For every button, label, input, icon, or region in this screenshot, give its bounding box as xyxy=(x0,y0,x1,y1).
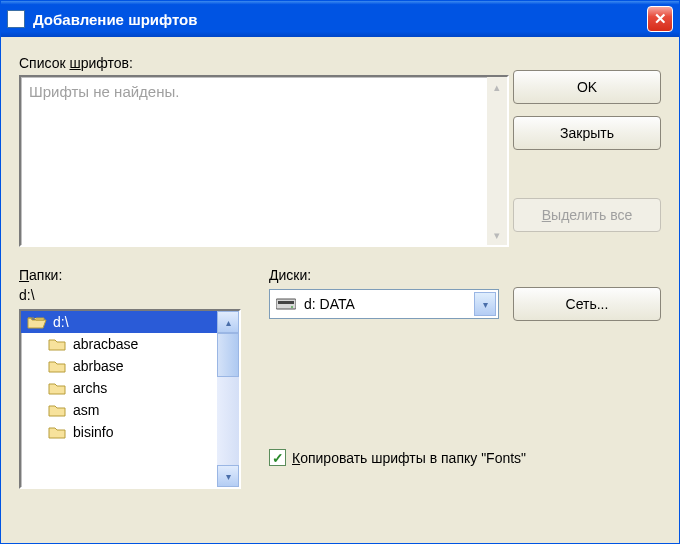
folder-icon xyxy=(47,337,67,352)
copy-fonts-label: Копировать шрифты в папку "Fonts" xyxy=(292,450,526,466)
dialog-buttons: OK Закрыть Выделить все xyxy=(513,70,661,232)
folder-listbox[interactable]: d:\abracbaseabrbasearchsasmbisinfo ▴ ▾ xyxy=(19,309,241,489)
folder-item-label: asm xyxy=(73,402,99,418)
folder-item-label: abrbase xyxy=(73,358,124,374)
folder-icon xyxy=(47,359,67,374)
select-all-button: Выделить все xyxy=(513,198,661,232)
folder-icon xyxy=(47,425,67,440)
scroll-down-icon: ▾ xyxy=(487,225,507,245)
folder-item-label: archs xyxy=(73,380,107,396)
folder-icon xyxy=(47,403,67,418)
dialog-content: Список шрифтов: Шрифты не найдены. ▴ ▾ O… xyxy=(1,37,679,499)
font-listbox[interactable]: Шрифты не найдены. ▴ ▾ xyxy=(19,75,509,247)
scroll-up-icon[interactable]: ▴ xyxy=(217,311,239,333)
scroll-up-icon: ▴ xyxy=(487,77,507,97)
drives-section: Диски: d: DATA ▾ Се xyxy=(269,267,661,489)
folder-item[interactable]: asm xyxy=(21,399,217,421)
fontlist-label: Список шрифтов: xyxy=(19,55,661,71)
drive-selected-text: d: DATA xyxy=(304,296,355,312)
current-path: d:\ xyxy=(19,287,241,303)
folder-item[interactable]: d:\ xyxy=(21,311,217,333)
drive-dropdown[interactable]: d: DATA ▾ xyxy=(269,289,499,319)
folders-section: Папки: d:\ d:\abracbaseabrbasearchsasmbi… xyxy=(19,267,241,489)
folder-icon xyxy=(27,315,47,330)
folder-item-label: abracbase xyxy=(73,336,138,352)
close-button[interactable]: Закрыть xyxy=(513,116,661,150)
ok-button[interactable]: OK xyxy=(513,70,661,104)
folder-item-label: d:\ xyxy=(53,314,69,330)
close-icon[interactable]: ✕ xyxy=(647,6,673,32)
app-icon xyxy=(7,10,25,28)
folder-item[interactable]: archs xyxy=(21,377,217,399)
folder-scrollbar[interactable]: ▴ ▾ xyxy=(217,311,239,487)
fontlist-scrollbar: ▴ ▾ xyxy=(487,77,507,245)
copy-fonts-option[interactable]: ✓ Копировать шрифты в папку "Fonts" xyxy=(269,449,661,466)
drives-label: Диски: xyxy=(269,267,661,283)
titlebar[interactable]: Добавление шрифтов ✕ xyxy=(1,1,679,37)
svg-point-2 xyxy=(291,306,293,308)
folder-item-label: bisinfo xyxy=(73,424,113,440)
chevron-down-icon[interactable]: ▾ xyxy=(474,292,496,316)
scroll-down-icon[interactable]: ▾ xyxy=(217,465,239,487)
folder-item[interactable]: bisinfo xyxy=(21,421,217,443)
window-title: Добавление шрифтов xyxy=(33,11,647,28)
folder-item[interactable]: abrbase xyxy=(21,355,217,377)
folders-label: Папки: xyxy=(19,267,241,283)
network-button[interactable]: Сеть... xyxy=(513,287,661,321)
folder-icon xyxy=(47,381,67,396)
scroll-thumb[interactable] xyxy=(217,333,239,377)
drive-icon xyxy=(276,297,296,311)
folder-item[interactable]: abracbase xyxy=(21,333,217,355)
svg-rect-1 xyxy=(278,301,294,304)
fontlist-empty-text: Шрифты не найдены. xyxy=(29,83,487,239)
copy-fonts-checkbox[interactable]: ✓ xyxy=(269,449,286,466)
add-fonts-dialog: Добавление шрифтов ✕ Список шрифтов: Шри… xyxy=(0,0,680,544)
